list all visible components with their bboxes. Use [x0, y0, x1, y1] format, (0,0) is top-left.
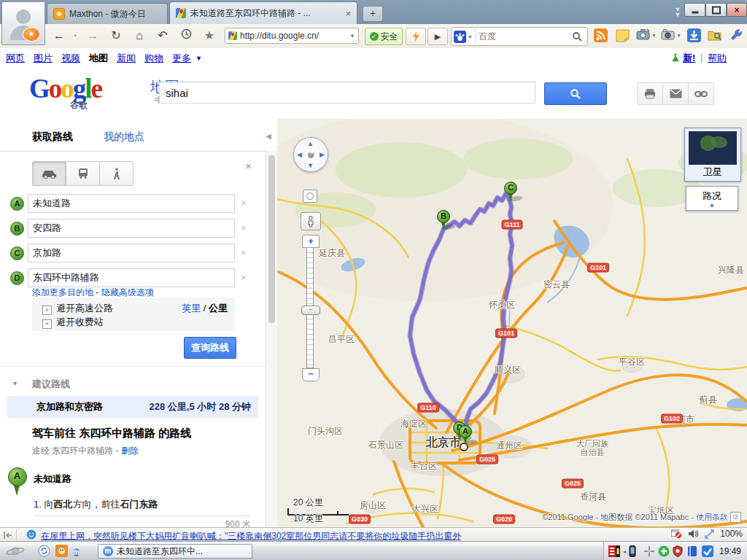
url-text[interactable]: http://ditu.google.cn/	[240, 31, 348, 41]
security-shield-tray-icon[interactable]	[673, 545, 684, 557]
directions-close-icon[interactable]: ×	[245, 160, 252, 172]
avoid-tolls-option[interactable]: ×避开收费站	[42, 316, 104, 329]
boost-button[interactable]	[406, 28, 426, 45]
tray-collapse-icon[interactable]: ◂	[623, 548, 626, 555]
orange-app-quicklaunch-icon[interactable]	[55, 545, 69, 558]
history-button[interactable]	[178, 28, 194, 44]
tab-get-directions[interactable]: 获取路线	[32, 131, 73, 144]
panel-scrollbar[interactable]	[266, 151, 277, 527]
waypoint-d-clear-icon[interactable]: ×	[241, 272, 247, 283]
address-bar[interactable]: http://ditu.google.cn/ ▼	[225, 28, 359, 44]
panel-collapse-button[interactable]: ◀	[263, 129, 274, 144]
security-badge[interactable]: ✓ 安全	[365, 28, 403, 45]
resource-sniffer-button[interactable]	[708, 28, 722, 43]
play-media-button[interactable]: ▶	[427, 28, 448, 45]
url-dropdown-icon[interactable]: ▼	[349, 33, 355, 39]
dictionary-tray-icon[interactable]	[687, 545, 699, 557]
new-tab-button[interactable]: +	[363, 6, 383, 22]
pan-down-icon[interactable]: ▼	[307, 162, 314, 169]
notes-button[interactable]	[616, 28, 630, 43]
close-button[interactable]: ×	[727, 3, 747, 17]
nav-shopping-link[interactable]: 购物	[144, 52, 163, 65]
nav-news-link[interactable]: 新闻	[117, 52, 136, 65]
direction-step-1[interactable]: 1. 向西北方向，前往石门东路	[34, 498, 158, 511]
sync-quicklaunch-icon[interactable]	[38, 545, 51, 558]
zoom-out-button[interactable]: −	[302, 368, 320, 381]
pan-left-icon[interactable]: ◀	[297, 151, 302, 158]
device-tray-icon[interactable]	[629, 545, 640, 557]
avoid-highways-option[interactable]: ×避开高速公路	[42, 302, 113, 315]
satellite-toggle-button[interactable]: 卫星	[684, 128, 741, 182]
suggested-routes-arrow-icon[interactable]: ▾	[13, 379, 17, 387]
waypoint-b-input[interactable]	[28, 219, 235, 238]
nav-video-link[interactable]: 视频	[61, 52, 80, 65]
nav-web-link[interactable]: 网页	[6, 52, 25, 65]
refresh-button[interactable]: ↻	[108, 28, 124, 44]
nav-images-link[interactable]: 图片	[34, 52, 53, 65]
capture-dropdown-icon[interactable]: ▼	[676, 33, 681, 38]
snapshot-dropdown-icon[interactable]: ▼	[651, 33, 657, 38]
toolbar-search-button[interactable]	[567, 28, 587, 44]
map-corner-icon[interactable]: ◲	[730, 512, 741, 523]
map-marker-B[interactable]: B	[437, 210, 450, 233]
restore-button[interactable]	[705, 3, 727, 17]
avoid-tolls-checkbox[interactable]: ×	[42, 319, 52, 329]
active-task-button[interactable]: m 未知道路至东四环中...	[98, 544, 252, 559]
nav-more-link[interactable]: 更多	[172, 52, 191, 65]
snapshot-button[interactable]	[636, 28, 651, 43]
screen-capture-button[interactable]	[661, 28, 676, 43]
back-button[interactable]: ←	[51, 28, 67, 44]
maps-search-button[interactable]	[544, 82, 607, 105]
map-canvas[interactable]: 延庆县昌平区密云县怀柔区顺义区平谷区兴隆县三河市蓟县海淀区门头沟区石景山区北京市…	[277, 119, 747, 527]
add-destination-link[interactable]: 添加更多目的地	[32, 287, 93, 298]
sidebar-dock-button[interactable]	[3, 529, 17, 540]
pan-up-icon[interactable]: ▲	[307, 140, 314, 147]
zoom-resize-icon[interactable]	[705, 529, 714, 539]
search-engine-button[interactable]: ▼	[452, 28, 476, 44]
miles-link[interactable]: 英里	[182, 303, 201, 314]
tab-maxthon-today[interactable]: Maxthon - 傲游今日	[47, 3, 168, 24]
suggested-route-item[interactable]: 京加路和京密路 228 公里,5 小时 28 分钟	[7, 396, 258, 418]
get-directions-button[interactable]: 查询路线	[184, 337, 236, 359]
tab-close-icon[interactable]: ×	[341, 8, 351, 19]
map-pan-control[interactable]: ▲ ▼ ◀ ▶	[293, 137, 328, 172]
tab-list-chevron-icon[interactable]: ▼▼	[671, 7, 684, 18]
favorites-button[interactable]: ★	[201, 28, 217, 44]
waypoint-c-input[interactable]	[28, 244, 235, 262]
qq-doctor-tray-icon[interactable]	[658, 545, 670, 557]
pan-right-icon[interactable]: ▶	[320, 151, 325, 158]
tab-google-maps[interactable]: 未知道路至东四环中路辅路 - ... ×	[169, 1, 357, 24]
traffic-button[interactable]: 路况 ▼	[686, 186, 738, 211]
email-button[interactable]	[663, 83, 689, 104]
mode-walking-button[interactable]	[100, 161, 133, 186]
maxthon-quicklaunch-icon[interactable]: m	[73, 545, 86, 558]
waypoint-b-clear-icon[interactable]: ×	[241, 222, 247, 233]
settings-button[interactable]	[729, 28, 744, 43]
download-manager-button[interactable]	[687, 28, 702, 43]
map-marker-A[interactable]: A	[459, 425, 472, 448]
page-zo om-level[interactable]: 100%	[720, 529, 743, 539]
minimize-button[interactable]	[684, 3, 705, 17]
waypoint-a-input[interactable]	[28, 194, 235, 213]
toolbar-search-input[interactable]	[476, 31, 567, 42]
maps-search-input[interactable]	[159, 82, 535, 104]
hide-options-link[interactable]: 隐藏高级选项	[101, 287, 154, 298]
rss-button[interactable]	[594, 28, 608, 43]
delete-via-link[interactable]: 删除	[121, 446, 139, 456]
print-button[interactable]	[638, 83, 663, 104]
popup-blocker-icon[interactable]	[671, 529, 682, 539]
panel-scrollbar-thumb[interactable]	[268, 155, 275, 323]
forward-button[interactable]: →	[85, 28, 101, 44]
mode-transit-button[interactable]	[66, 161, 100, 186]
map-reset-button[interactable]	[303, 190, 317, 203]
mode-driving-button[interactable]	[32, 161, 66, 186]
avoid-highways-checkbox[interactable]: ×	[42, 306, 52, 315]
taskbar-clock[interactable]: 19:49	[719, 546, 741, 556]
street-view-pegman[interactable]	[301, 212, 321, 230]
map-marker-C[interactable]: C	[504, 182, 517, 205]
terms-link[interactable]: 使用条款	[696, 513, 728, 521]
waypoint-d-input[interactable]	[28, 268, 235, 287]
zoom-slider-handle[interactable]: −	[301, 306, 320, 315]
volume-icon[interactable]	[688, 529, 699, 539]
share-link-button[interactable]	[689, 83, 713, 104]
